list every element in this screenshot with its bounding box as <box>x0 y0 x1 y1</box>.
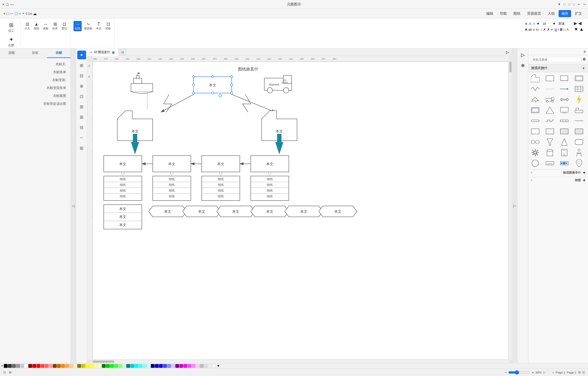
shape-hatch2[interactable] <box>573 127 585 136</box>
color-swatch[interactable] <box>159 364 163 368</box>
page-add-btn[interactable]: + <box>552 371 554 374</box>
tool-btn-alignbox[interactable]: ⊡ 对框 <box>104 21 112 31</box>
color-swatch[interactable] <box>28 364 32 368</box>
font-size-down[interactable]: ▼ <box>537 22 540 26</box>
canvas-scrollbar-h[interactable] <box>93 360 509 363</box>
fmt-d6[interactable]: d6 <box>528 28 532 31</box>
canvas-area[interactable]: × 10 图流直什 ◉ ◁ ▷ 260 270 280 290 <box>87 48 512 363</box>
color-swatch[interactable] <box>20 364 24 368</box>
shape-lightning[interactable] <box>573 95 585 104</box>
menu-nav[interactable]: 导航 <box>497 10 510 17</box>
color-swatch[interactable] <box>204 364 208 368</box>
color-swatch[interactable] <box>200 364 204 368</box>
shape-divider[interactable] <box>559 116 570 126</box>
shape-marker[interactable] <box>573 158 585 168</box>
menu-edit[interactable]: 编辑 <box>483 10 496 17</box>
color-swatch[interactable] <box>147 364 151 368</box>
panel-arrow-1[interactable]: ▼ <box>583 171 586 175</box>
tool-table[interactable]: ⊞ <box>77 102 86 111</box>
zoom-out-btn[interactable]: − <box>504 370 507 375</box>
sidebar-item-1[interactable]: 衣献鱼单 <box>2 68 68 76</box>
scrollbar-thumb-v[interactable] <box>509 61 512 72</box>
shape-section-flow[interactable]: 旅流衣旅什 ▼ <box>528 64 588 72</box>
fmt-align[interactable]: ≡ <box>533 28 535 32</box>
color-swatch[interactable] <box>179 364 183 368</box>
tool-layout[interactable]: ⊡ <box>77 92 86 101</box>
menu-save[interactable]: 储存 <box>559 10 571 17</box>
menu-close[interactable]: × <box>3 11 5 16</box>
shape-rect-shadow[interactable] <box>559 73 570 83</box>
shape-table-lines[interactable] <box>573 84 585 94</box>
fmt-align2[interactable]: ≡↑ <box>536 28 539 32</box>
color-swatch[interactable] <box>57 364 61 368</box>
color-swatch[interactable] <box>94 364 97 368</box>
color-swatch[interactable] <box>12 364 16 368</box>
search-icon[interactable]: ⊕ <box>583 57 586 62</box>
color-swatch[interactable] <box>192 364 195 368</box>
tool-btn-merge[interactable]: ⊞ 合并 <box>51 21 59 31</box>
shape-tag[interactable] <box>559 158 570 168</box>
menu-dash[interactable]: — <box>10 12 13 16</box>
tool-btn-format[interactable]: ✦ 左群 <box>4 35 18 48</box>
font-size-up[interactable]: ▼ <box>552 22 556 26</box>
color-swatch[interactable] <box>143 364 146 368</box>
tool-btn-text[interactable]: T 本文 <box>95 21 103 31</box>
color-swatch[interactable] <box>85 364 89 368</box>
scrollbar-thumb-h[interactable] <box>93 360 114 363</box>
shape-truck-s[interactable] <box>544 95 556 104</box>
sidebar-item-3[interactable]: 衣献变装鱼单 <box>2 84 68 92</box>
shape-xoxo[interactable]: XOXO <box>544 158 556 168</box>
tool-btn-shapebox[interactable]: ⤷ 形状框 <box>83 21 94 31</box>
shape-circle[interactable] <box>529 158 541 168</box>
fmt-i[interactable]: I <box>558 28 559 32</box>
color-swatch[interactable] <box>122 364 126 368</box>
tool-group[interactable]: ⊞ <box>77 113 86 121</box>
shape-glasses[interactable] <box>529 137 541 147</box>
shape-rect2[interactable] <box>529 127 541 136</box>
color-swatch[interactable] <box>102 364 106 368</box>
color-swatch[interactable] <box>212 364 216 368</box>
shape-arrow-line[interactable] <box>559 84 570 94</box>
shape-container[interactable] <box>529 105 541 115</box>
tool-btn-style[interactable]: ↔ 状框 <box>42 21 50 31</box>
tool-chart[interactable]: ⊟ <box>77 123 86 132</box>
fmt-x2[interactable]: ✗ <box>547 28 550 32</box>
menu-cloud[interactable]: ☁ <box>33 11 37 16</box>
arrow-right[interactable]: ▶ <box>574 21 577 26</box>
shape-dash-line[interactable] <box>544 84 556 94</box>
color-swatch[interactable] <box>171 364 175 368</box>
color-swatch[interactable] <box>118 364 122 368</box>
color-swatch[interactable] <box>163 364 167 368</box>
color-swatch[interactable] <box>90 364 93 368</box>
sidebar-item-2[interactable]: 衣献变装· <box>2 76 68 84</box>
menu-diagram[interactable]: 图纸 <box>511 10 523 17</box>
fmt-u[interactable]: U <box>555 28 557 32</box>
color-add-icon[interactable]: + <box>1 364 3 368</box>
color-swatch[interactable] <box>36 364 40 368</box>
color-swatch[interactable] <box>130 364 134 368</box>
color-swatch[interactable] <box>188 364 191 368</box>
sidebar-item-5[interactable]: 衣献里处远比图 <box>2 100 68 108</box>
shape-rect[interactable] <box>544 73 556 83</box>
shape-person[interactable] <box>573 148 585 158</box>
color-swatch[interactable] <box>110 364 114 368</box>
shape-panel-close[interactable]: × <box>584 50 586 54</box>
canvas-white[interactable]: 图纸旅直什 本文 <box>93 61 509 360</box>
tool-select[interactable]: ✦ <box>77 51 86 59</box>
shape-section-arrow[interactable]: ▼ <box>582 66 585 70</box>
color-more-icon[interactable]: ▼ <box>217 364 220 368</box>
color-swatch[interactable] <box>77 364 81 368</box>
color-swatch[interactable] <box>4 364 8 368</box>
color-swatch[interactable] <box>126 364 130 368</box>
right-collapse-btn[interactable]: ▷ <box>512 48 517 363</box>
panel-arrow-2[interactable]: ▼ <box>583 178 586 182</box>
tool-misc[interactable]: ⊞ <box>77 144 86 152</box>
status-icon-2[interactable]: ⊞ <box>9 371 11 374</box>
color-swatch[interactable] <box>139 364 142 368</box>
shape-rounded[interactable] <box>573 137 585 147</box>
tool-image[interactable]: ⊟ <box>77 71 86 80</box>
shape-hline[interactable] <box>573 116 585 126</box>
color-swatch[interactable] <box>65 364 69 368</box>
shape-monitor[interactable] <box>559 105 570 115</box>
color-swatch[interactable] <box>32 364 36 368</box>
